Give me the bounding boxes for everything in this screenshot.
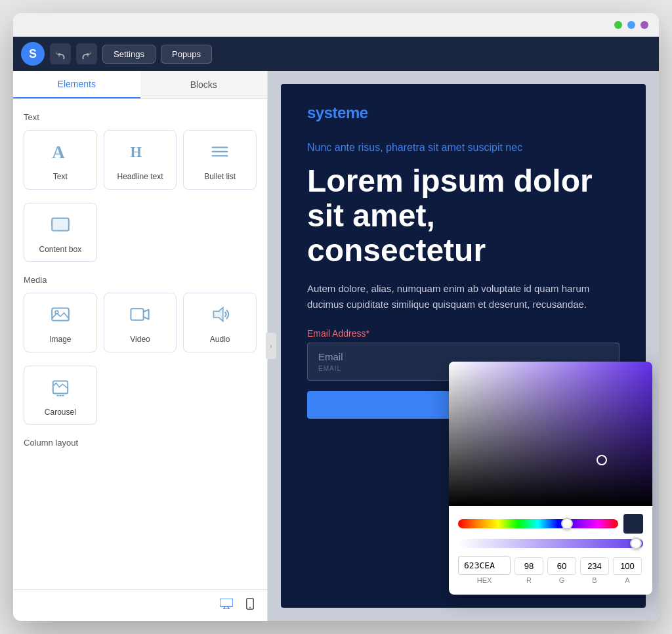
color-values-row: 623CEA HEX 98 R 60 G 234	[458, 556, 643, 589]
content-box-grid: Content box	[24, 203, 257, 263]
channel-b: 234 B	[580, 557, 609, 584]
desktop-view-button[interactable]	[217, 596, 236, 615]
hue-thumb	[561, 518, 573, 530]
bullet-label: Bullet list	[204, 172, 236, 182]
preview-headline: Lorem ipsum dolor sit amet, consectetur	[307, 164, 620, 268]
element-carousel[interactable]: Carousel	[24, 366, 97, 425]
svg-rect-10	[53, 381, 68, 393]
preview-body: Autem dolore, alias, numquam enim ab vol…	[307, 281, 620, 312]
text-label: Text	[53, 172, 68, 182]
dot-green	[614, 21, 622, 29]
popups-button[interactable]: Popups	[161, 45, 212, 64]
hue-slider[interactable]	[458, 519, 618, 528]
bullet-icon	[209, 141, 230, 167]
redo-button[interactable]	[76, 43, 97, 64]
sidebar: Elements Blocks Text A Text	[13, 71, 268, 621]
g-input[interactable]: 60	[547, 557, 576, 575]
element-video[interactable]: Video	[104, 293, 177, 352]
sidebar-collapse-button[interactable]: ›	[266, 333, 276, 359]
section-column-label: Column layout	[24, 438, 257, 448]
svg-rect-14	[220, 599, 233, 606]
svg-rect-5	[52, 218, 69, 230]
carousel-grid: Carousel	[24, 366, 257, 425]
a-input[interactable]: 100	[613, 557, 642, 575]
audio-icon	[209, 304, 230, 329]
mobile-view-button[interactable]	[243, 595, 257, 616]
alpha-slider-row	[458, 539, 643, 548]
dot-blue	[627, 21, 635, 29]
sidebar-content: Text A Text	[13, 99, 267, 589]
svg-marker-9	[214, 308, 223, 322]
text-icon: A	[50, 141, 71, 167]
channel-a: 100 A	[613, 557, 642, 584]
svg-rect-6	[52, 308, 69, 321]
tab-blocks[interactable]: Blocks	[140, 71, 268, 98]
preview-subtitle: Nunc ante risus, pharetra sit amet susci…	[307, 142, 620, 154]
svg-text:A: A	[52, 142, 65, 162]
toolbar: S Settings Popups	[13, 37, 659, 71]
element-audio[interactable]: Audio	[183, 293, 257, 352]
email-placeholder: Email	[318, 351, 608, 362]
settings-button[interactable]: Settings	[102, 45, 156, 64]
sidebar-tabs: Elements Blocks	[13, 71, 267, 99]
svg-rect-8	[131, 308, 144, 320]
alpha-slider[interactable]	[458, 539, 643, 548]
image-label: Image	[49, 335, 71, 345]
color-picker-controls: 623CEA HEX 98 R 60 G 234	[449, 506, 652, 595]
preview-logo: systeme	[307, 104, 620, 122]
video-icon	[129, 304, 150, 329]
hex-label: HEX	[477, 576, 492, 584]
element-image[interactable]: Image	[24, 293, 97, 352]
element-content-box[interactable]: Content box	[24, 203, 97, 263]
section-media-label: Media	[24, 275, 257, 285]
color-picker-cursor[interactable]	[597, 455, 607, 465]
element-bullet[interactable]: Bullet list	[183, 130, 257, 190]
channel-r: 98 R	[514, 557, 543, 584]
tab-elements[interactable]: Elements	[13, 71, 140, 98]
color-preview-swatch	[623, 514, 643, 534]
svg-text:H: H	[131, 144, 142, 160]
content-box-label: Content box	[39, 245, 81, 255]
logo-button[interactable]: S	[21, 42, 45, 66]
carousel-icon	[50, 377, 71, 402]
audio-label: Audio	[210, 335, 230, 345]
undo-button[interactable]	[50, 43, 71, 64]
app-window: S Settings Popups Elements Blocks Text	[13, 13, 659, 621]
hex-input[interactable]: 623CEA	[458, 556, 511, 575]
element-text[interactable]: A Text	[24, 130, 97, 190]
b-input[interactable]: 234	[580, 557, 609, 575]
video-label: Video	[130, 335, 150, 345]
color-gradient-area[interactable]	[449, 362, 652, 506]
svg-point-19	[249, 607, 251, 608]
media-elements-grid: Image Video	[24, 293, 257, 352]
section-text-label: Text	[24, 112, 257, 122]
headline-label: Headline text	[117, 172, 163, 182]
dot-purple	[640, 21, 648, 29]
main-area: Elements Blocks Text A Text	[13, 71, 659, 621]
hue-slider-row	[458, 514, 643, 534]
titlebar	[13, 13, 659, 37]
color-picker: 623CEA HEX 98 R 60 G 234	[449, 362, 652, 595]
content-box-icon	[50, 214, 71, 240]
sidebar-footer	[13, 589, 267, 621]
preview-area: systeme Nunc ante risus, pharetra sit am…	[268, 71, 659, 621]
text-elements-grid: A Text H Headline text	[24, 130, 257, 190]
carousel-label: Carousel	[45, 408, 76, 418]
r-input[interactable]: 98	[514, 557, 543, 575]
alpha-thumb	[630, 538, 642, 549]
headline-icon: H	[129, 141, 150, 167]
element-headline[interactable]: H Headline text	[104, 130, 177, 190]
preview-email-label: Email Address*	[307, 328, 620, 339]
channel-g: 60 G	[547, 557, 576, 584]
image-icon	[50, 304, 71, 329]
